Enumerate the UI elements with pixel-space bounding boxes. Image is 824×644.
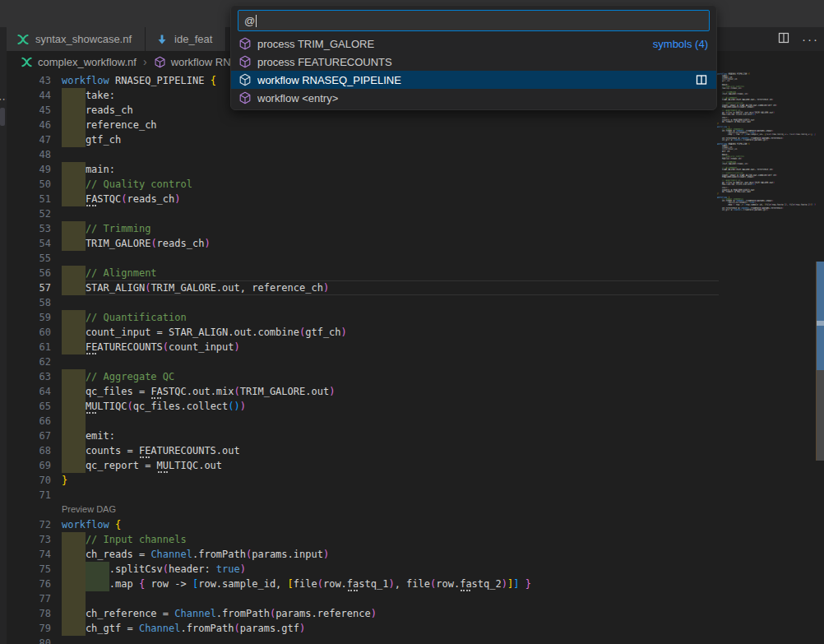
- code-line[interactable]: 69 qc_report = MULTIQC.out: [7, 458, 719, 473]
- quick-pick-item[interactable]: process TRIM_GALOREsymbols (4): [231, 35, 716, 53]
- code-line[interactable]: 76 .map { row -> [row.sample_id, [file(r…: [7, 577, 719, 591]
- code-editor[interactable]: 43workflow RNASEQ_PIPELINE {44 take:45 r…: [7, 72, 824, 644]
- line-number: 61: [7, 340, 51, 354]
- quick-pick-item-label: process TRIM_GALORE: [257, 38, 647, 50]
- line-number: 63: [7, 369, 51, 384]
- code-lines: 43workflow RNASEQ_PIPELINE {44 take:45 r…: [7, 73, 719, 644]
- scrollbar-slider[interactable]: [817, 370, 824, 461]
- code-line[interactable]: 60 count_input = STAR_ALIGN.out.combine(…: [7, 325, 719, 340]
- code-line[interactable]: 80: [7, 636, 719, 644]
- code-line[interactable]: 63 // Aggregate QC: [7, 369, 719, 384]
- line-number: 76: [7, 577, 51, 591]
- symbol-namespace-icon: [238, 91, 252, 104]
- code-line[interactable]: 64 qc_files = FASTQC.out.mix(TRIM_GALORE…: [7, 384, 719, 399]
- quick-pick-item[interactable]: process FEATURECOUNTS: [231, 53, 716, 71]
- line-number: 50: [7, 177, 51, 192]
- code-line[interactable]: 61 FEATURECOUNTS(count_input): [7, 340, 719, 354]
- code-line[interactable]: 54 TRIM_GALORE(reads_ch): [7, 236, 719, 251]
- line-number: 69: [7, 458, 51, 473]
- code-line[interactable]: 67 emit:: [7, 429, 719, 443]
- code-line[interactable]: 53 // Trimming: [7, 221, 719, 236]
- scrollbar[interactable]: [816, 72, 824, 644]
- code-line[interactable]: 51 FASTQC(reads_ch): [7, 192, 719, 206]
- line-content: // Trimming: [62, 221, 719, 236]
- line-number: 72: [7, 517, 51, 532]
- line-number: 53: [7, 221, 51, 236]
- line-content: .splitCsv(header: true): [62, 562, 719, 577]
- code-line[interactable]: 66: [7, 414, 719, 429]
- line-content: STAR_ALIGN(TRIM_GALORE.out, reference_ch…: [62, 280, 719, 295]
- code-line[interactable]: 71: [7, 488, 719, 503]
- more-actions-icon[interactable]: ⋯: [0, 93, 7, 105]
- line-number: 74: [7, 547, 51, 562]
- quick-pick-item[interactable]: workflow RNASEQ_PIPELINE: [231, 71, 716, 89]
- code-line[interactable]: 70}: [7, 473, 719, 488]
- code-line[interactable]: 74 ch_reads = Channel.fromPath(params.in…: [7, 547, 719, 562]
- tab-ide-feat[interactable]: ide_feat: [146, 27, 226, 51]
- quick-pick-item[interactable]: workflow <entry>: [231, 89, 716, 107]
- line-number: 49: [7, 162, 51, 177]
- line-content: reference_ch: [62, 118, 719, 132]
- open-to-side-icon[interactable]: [695, 73, 708, 86]
- code-line[interactable]: 72workflow {: [7, 517, 719, 532]
- line-content: }: [62, 473, 719, 488]
- code-line[interactable]: 58: [7, 295, 719, 310]
- line-content: .map { row -> [row.sample_id, [file(row.…: [62, 577, 719, 591]
- code-line[interactable]: 62: [7, 354, 719, 369]
- line-number: 48: [7, 147, 51, 162]
- codelens-preview-dag[interactable]: Preview DAG: [7, 503, 719, 517]
- quick-input[interactable]: @: [238, 10, 710, 31]
- code-line[interactable]: 55: [7, 251, 719, 266]
- line-number: 54: [7, 236, 51, 251]
- line-number: 79: [7, 621, 51, 636]
- line-content: count_input = STAR_ALIGN.out.combine(gtf…: [62, 325, 719, 340]
- line-number: 64: [7, 384, 51, 399]
- symbol-namespace-icon: [238, 55, 252, 68]
- line-number: 73: [7, 532, 51, 547]
- code-line[interactable]: 68 counts = FEATURECOUNTS.out: [7, 443, 719, 458]
- code-line[interactable]: 75 .splitCsv(header: true): [7, 562, 719, 577]
- code-line[interactable]: 46 reference_ch: [7, 118, 719, 132]
- editor-actions: ···: [777, 27, 819, 51]
- code-line[interactable]: 78 ch_reference = Channel.fromPath(param…: [7, 606, 719, 621]
- tab-label: ide_feat: [174, 33, 212, 45]
- line-number: 56: [7, 266, 51, 280]
- nextflow-icon: [21, 56, 33, 68]
- quick-pick-item-label: workflow RNASEQ_PIPELINE: [257, 74, 689, 86]
- split-editor-icon[interactable]: [777, 31, 790, 48]
- line-number: 62: [7, 354, 51, 369]
- code-line[interactable]: 56 // Alignment: [7, 266, 719, 280]
- code-line[interactable]: 73 // Input channels: [7, 532, 719, 547]
- line-content: // Alignment: [62, 266, 719, 280]
- line-content: [62, 295, 719, 310]
- minimap[interactable]: workflow RNASEQ_PIPELINE { take: reads_c…: [717, 72, 822, 644]
- line-content: [62, 354, 719, 369]
- code-line[interactable]: 47 gtf_ch: [7, 132, 719, 147]
- code-line[interactable]: 52: [7, 206, 719, 221]
- line-number: 58: [7, 295, 51, 310]
- breadcrumb-file[interactable]: complex_workflow.nf: [38, 56, 137, 68]
- line-content: TRIM_GALORE(reads_ch): [62, 236, 719, 251]
- line-content: ch_reads = Channel.fromPath(params.input…: [62, 547, 719, 562]
- line-content: main:: [62, 162, 719, 177]
- more-actions-icon[interactable]: ···: [802, 27, 819, 51]
- line-content: [62, 251, 719, 266]
- code-line[interactable]: 65 MULTIQC(qc_files.collect()): [7, 399, 719, 414]
- line-number: 60: [7, 325, 51, 340]
- quick-pick-item-label: process FEATURECOUNTS: [257, 56, 708, 68]
- line-number: 45: [7, 103, 51, 118]
- symbol-namespace-icon: [154, 56, 166, 68]
- quick-open-widget: @ process TRIM_GALOREsymbols (4)process …: [230, 5, 717, 110]
- line-content: // Input channels: [62, 532, 719, 547]
- code-line[interactable]: 77: [7, 591, 719, 606]
- code-line[interactable]: 48: [7, 147, 719, 162]
- code-line[interactable]: 59 // Quantification: [7, 310, 719, 325]
- line-content: gtf_ch: [62, 132, 719, 147]
- tab-syntax-showcase-nf[interactable]: syntax_showcase.nf: [7, 27, 146, 51]
- quick-pick-item-label: workflow <entry>: [257, 92, 708, 104]
- code-line[interactable]: 57 STAR_ALIGN(TRIM_GALORE.out, reference…: [7, 280, 719, 295]
- code-line[interactable]: 50 // Quality control: [7, 177, 719, 192]
- code-line[interactable]: 79 ch_gtf = Channel.fromPath(params.gtf): [7, 621, 719, 636]
- line-content: // Quantification: [62, 310, 719, 325]
- code-line[interactable]: 49 main:: [7, 162, 719, 177]
